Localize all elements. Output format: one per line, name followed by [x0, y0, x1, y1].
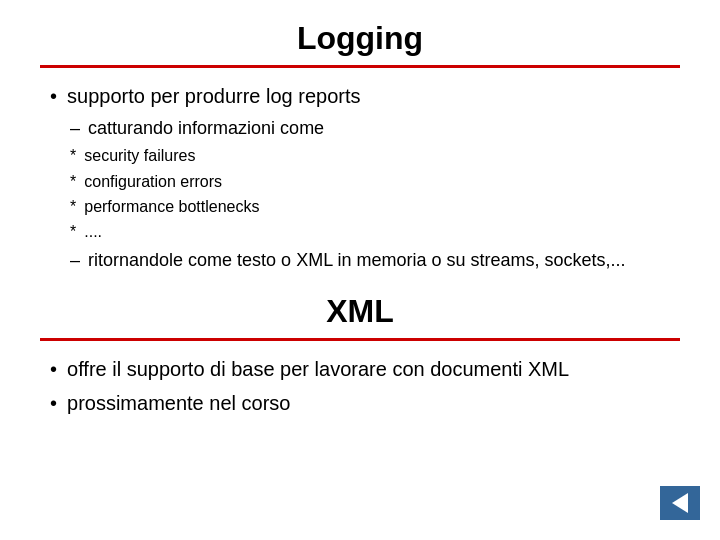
sub-catturando: – catturando informazioni come: [70, 116, 680, 141]
xml-divider: [40, 338, 680, 341]
star-text-4: ....: [84, 221, 102, 243]
bullet-text-xml-1: offre il supporto di base per lavorare c…: [67, 355, 569, 383]
star-list: * security failures * configuration erro…: [70, 145, 680, 244]
sub-text-catturando: catturando informazioni come: [88, 116, 324, 141]
star-symbol-3: *: [70, 196, 76, 218]
bullet-text-xml-2: prossimamente nel corso: [67, 389, 290, 417]
sub-ritornandole: – ritornandole come testo o XML in memor…: [70, 248, 680, 273]
bullet-text-1: supporto per produrre log reports: [67, 82, 361, 110]
logging-title: Logging: [40, 20, 680, 57]
logging-divider: [40, 65, 680, 68]
star-text-3: performance bottlenecks: [84, 196, 259, 218]
nav-back-arrow-icon: [672, 493, 688, 513]
sub-dash-2: –: [70, 248, 80, 273]
xml-section: XML • offre il supporto di base per lavo…: [40, 293, 680, 417]
bullet-xml-2: • prossimamente nel corso: [50, 389, 680, 417]
star-text-2: configuration errors: [84, 171, 222, 193]
star-item-4: * ....: [70, 221, 680, 243]
star-symbol-1: *: [70, 145, 76, 167]
star-text-1: security failures: [84, 145, 195, 167]
star-item-1: * security failures: [70, 145, 680, 167]
logging-section: Logging • supporto per produrre log repo…: [40, 20, 680, 273]
slide: Logging • supporto per produrre log repo…: [0, 0, 720, 540]
bullet-logging-1: • supporto per produrre log reports: [50, 82, 680, 110]
star-item-3: * performance bottlenecks: [70, 196, 680, 218]
sub-text-ritornandole: ritornandole come testo o XML in memoria…: [88, 248, 626, 273]
star-symbol-2: *: [70, 171, 76, 193]
bullet-dot-1: •: [50, 82, 57, 110]
bullet-xml-1: • offre il supporto di base per lavorare…: [50, 355, 680, 383]
bullet-dot-xml-1: •: [50, 355, 57, 383]
star-item-2: * configuration errors: [70, 171, 680, 193]
xml-title: XML: [40, 293, 680, 330]
star-symbol-4: *: [70, 221, 76, 243]
sub-dash-1: –: [70, 116, 80, 141]
bullet-dot-xml-2: •: [50, 389, 57, 417]
nav-back-button[interactable]: [660, 486, 700, 520]
